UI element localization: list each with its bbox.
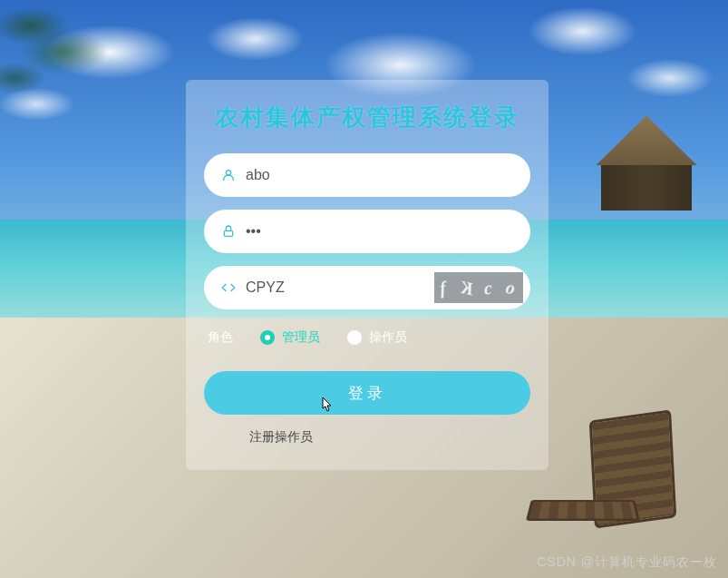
role-radio-operator[interactable]: 操作员	[347, 329, 407, 346]
role-label: 角色	[208, 329, 233, 346]
captcha-group: fKco	[204, 266, 530, 309]
radio-label: 管理员	[282, 329, 320, 346]
login-button[interactable]: 登录	[204, 371, 530, 415]
lock-icon	[220, 223, 237, 240]
login-title: 农村集体产权管理系统登录	[186, 102, 548, 133]
radio-label: 操作员	[369, 329, 407, 346]
captcha-input[interactable]	[246, 279, 434, 296]
role-radio-admin[interactable]: 管理员	[260, 329, 320, 346]
beach-chair-decoration	[529, 415, 674, 542]
svg-point-0	[226, 171, 230, 175]
radio-icon	[347, 330, 362, 345]
code-icon	[220, 279, 237, 296]
watermark-text: CSDN @计算机专业码农一枚	[537, 554, 717, 571]
username-group	[204, 153, 530, 197]
register-operator-link[interactable]: 注册操作员	[204, 429, 530, 446]
hut-decoration	[583, 115, 710, 224]
svg-rect-1	[224, 230, 232, 236]
palm-decoration	[0, 0, 145, 260]
user-icon	[220, 167, 237, 183]
login-panel: 农村集体产权管理系统登录 fKco	[186, 80, 548, 470]
password-group	[204, 210, 530, 253]
password-input[interactable]	[246, 223, 514, 240]
username-input[interactable]	[246, 167, 514, 183]
captcha-image[interactable]: fKco	[434, 272, 523, 303]
radio-icon	[260, 330, 275, 345]
role-row: 角色 管理员 操作员	[204, 329, 530, 346]
